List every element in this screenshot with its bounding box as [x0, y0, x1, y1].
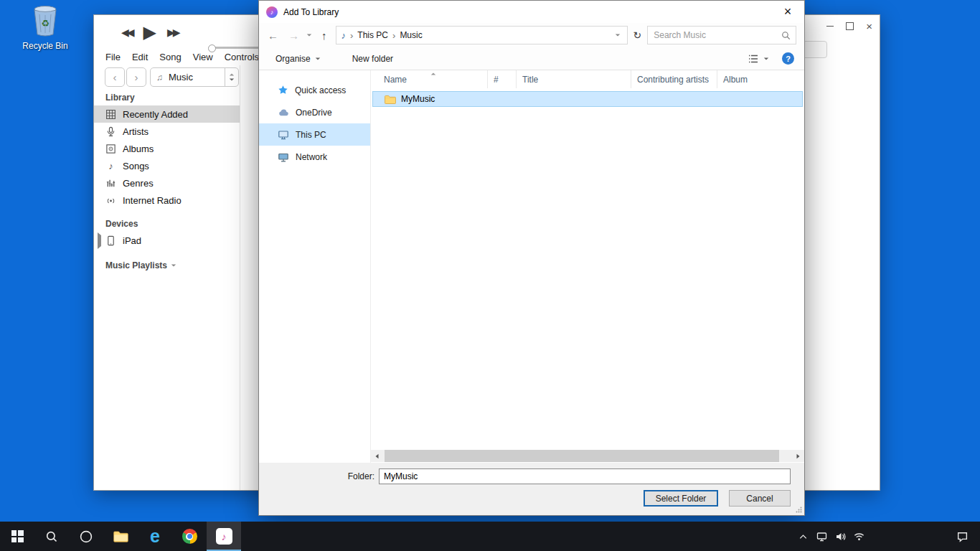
address-bar[interactable]: ♪ › This PC › Music [336, 26, 628, 44]
dialog-titlebar[interactable]: ♪ Add To Library × [259, 1, 804, 23]
up-icon[interactable]: ↑ [321, 29, 327, 42]
stepper-up-icon [230, 73, 234, 75]
sidebar-item-songs[interactable]: ♪ Songs [94, 157, 240, 174]
sidebar-item-genres[interactable]: Genres [94, 174, 240, 192]
organise-button[interactable]: Organise [275, 54, 321, 64]
refresh-icon[interactable]: ↻ [633, 29, 642, 41]
sidebar-item-artists[interactable]: Artists [94, 123, 240, 140]
horizontal-scrollbar[interactable] [371, 450, 804, 462]
back-icon[interactable]: ← [268, 29, 278, 42]
wifi-icon [853, 531, 865, 542]
chevron-up-icon [798, 532, 809, 542]
recycle-bin-label: Recycle Bin [20, 41, 70, 51]
internet-explorer-icon: e [150, 527, 160, 545]
file-row-mymusic[interactable]: MyMusic [372, 91, 803, 107]
folder-field-label: Folder: [259, 471, 379, 481]
nav-item-network[interactable]: Network [259, 146, 370, 168]
sidebar-item-label: Artists [123, 126, 149, 137]
search-box[interactable] [647, 26, 796, 44]
search-icon [45, 530, 58, 543]
scroll-left-button[interactable] [371, 450, 383, 462]
column-header-number[interactable]: # [488, 70, 517, 88]
menu-controls[interactable]: Controls [225, 52, 259, 62]
sidebar-divider [240, 65, 240, 490]
column-header-contributing-artists[interactable]: Contributing artists [631, 70, 717, 88]
itunes-app-icon: ♪ [266, 6, 278, 18]
sidebar-item-internet-radio[interactable]: Internet Radio [94, 192, 240, 209]
menu-edit[interactable]: Edit [132, 52, 148, 62]
itunes-sidebar: Library Recently Added Artists Albums ♪ … [94, 90, 240, 273]
itunes-taskbar-button[interactable]: ♪ [207, 522, 241, 551]
chevron-right-icon: › [135, 71, 138, 83]
nav-item-onedrive[interactable]: OneDrive [259, 101, 370, 123]
new-folder-button[interactable]: New folder [352, 54, 393, 64]
column-header-title[interactable]: Title [517, 70, 631, 88]
view-options-icon[interactable] [748, 53, 759, 65]
resize-grip[interactable] [795, 506, 803, 514]
itunes-window-controls: × [826, 22, 872, 30]
address-dropdown-icon[interactable] [615, 34, 619, 36]
menu-song[interactable]: Song [159, 52, 181, 62]
column-headers: Name # Title Contributing artists Album [371, 70, 804, 88]
breadcrumb-this-pc[interactable]: This PC [357, 30, 388, 40]
network-tray-icon[interactable] [849, 531, 868, 542]
scroll-right-button[interactable] [792, 450, 804, 462]
nav-item-this-pc[interactable]: This PC [259, 123, 370, 146]
sidebar-item-albums[interactable]: Albums [94, 140, 240, 157]
display-tray-icon[interactable] [812, 531, 831, 542]
windows-logo-icon [11, 530, 24, 542]
file-explorer-button[interactable] [103, 522, 138, 551]
close-icon[interactable]: × [771, 1, 804, 23]
close-icon[interactable]: × [866, 23, 872, 30]
recent-locations-chevron-icon[interactable] [307, 34, 311, 36]
play-icon[interactable]: ▶ [143, 24, 156, 41]
recycle-bin-shortcut[interactable]: ♻ Recycle Bin [20, 4, 70, 51]
fast-forward-icon[interactable]: ▶▶ [167, 27, 179, 38]
microphone-icon [105, 126, 116, 137]
media-type-stepper[interactable] [225, 73, 238, 81]
sidebar-item-label: Internet Radio [123, 195, 182, 206]
cortana-button[interactable] [69, 522, 103, 551]
menu-file[interactable]: File [105, 52, 121, 62]
rewind-icon[interactable]: ◀◀ [121, 27, 133, 38]
sidebar-item-ipad[interactable]: iPad [94, 232, 240, 249]
folder-name-input[interactable] [379, 468, 791, 484]
breadcrumb-separator: › [350, 30, 353, 41]
show-hidden-icons-button[interactable] [793, 532, 812, 542]
taskbar-search-button[interactable] [34, 522, 69, 551]
minimize-icon[interactable] [826, 26, 834, 27]
cloud-icon [278, 107, 289, 118]
system-tray [793, 522, 980, 551]
sidebar-item-recently-added[interactable]: Recently Added [94, 105, 240, 123]
internet-explorer-button[interactable]: e [138, 522, 172, 551]
action-center-button[interactable] [953, 531, 971, 542]
scrollbar-thumb[interactable] [385, 450, 779, 462]
search-input[interactable] [648, 30, 781, 40]
devices-section-header: Devices [94, 216, 240, 232]
scrollbar-track[interactable] [383, 450, 792, 462]
column-header-name[interactable]: Name [371, 70, 488, 88]
equalizer-icon [105, 178, 116, 189]
menu-view[interactable]: View [193, 52, 213, 62]
help-icon[interactable]: ? [782, 52, 794, 65]
file-name: MyMusic [401, 94, 435, 104]
volume-tray-icon[interactable] [831, 531, 849, 542]
music-playlists-header[interactable]: Music Playlists [94, 258, 240, 273]
chrome-button[interactable] [172, 522, 207, 551]
album-icon [105, 143, 116, 154]
cancel-button[interactable]: Cancel [729, 490, 791, 507]
media-type-selector[interactable]: ♫ Music [150, 67, 239, 87]
breadcrumb-music[interactable]: Music [400, 30, 422, 40]
view-options-chevron-icon[interactable] [764, 57, 768, 60]
forward-icon[interactable]: → [288, 29, 299, 42]
start-button[interactable] [0, 522, 34, 551]
column-header-album[interactable]: Album [717, 70, 804, 88]
maximize-icon[interactable] [846, 22, 854, 30]
notifications-icon [956, 531, 969, 542]
nav-item-quick-access[interactable]: Quick access [259, 79, 370, 101]
select-folder-button[interactable]: Select Folder [644, 490, 718, 507]
itunes-forward-button[interactable]: › [126, 67, 146, 87]
monitor-icon [816, 531, 828, 542]
itunes-back-button[interactable]: ‹ [105, 67, 125, 87]
expander-icon[interactable] [98, 235, 101, 246]
